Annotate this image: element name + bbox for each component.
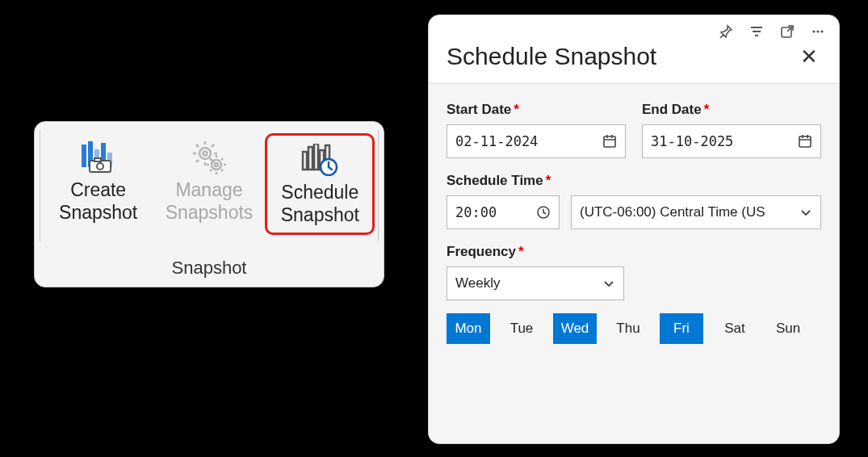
- create-snapshot-label: CreateSnapshot: [47, 178, 150, 224]
- create-snapshot-icon: [47, 138, 150, 177]
- panel-header: Schedule Snapshot ✕: [429, 40, 839, 84]
- frequency-label: Frequency*: [447, 244, 821, 260]
- svg-point-21: [820, 30, 823, 32]
- panel-body: Start Date* 02-11-2024 End Date* 31-10-2…: [429, 84, 839, 443]
- end-date-label: End Date*: [642, 102, 821, 118]
- start-date-label: Start Date*: [447, 102, 626, 118]
- end-date-value: 31-10-2025: [651, 133, 733, 149]
- svg-rect-23: [799, 136, 811, 147]
- create-snapshot-button[interactable]: CreateSnapshot: [44, 133, 153, 230]
- schedule-snapshot-dialog: Schedule Snapshot ✕ Start Date* 02-11-20…: [428, 15, 840, 444]
- close-button[interactable]: ✕: [797, 43, 821, 70]
- clock-icon: [536, 205, 551, 220]
- start-date-input[interactable]: 02-11-2024: [447, 124, 626, 158]
- frequency-select[interactable]: Weekly: [447, 266, 624, 300]
- start-date-field: Start Date* 02-11-2024: [447, 102, 626, 158]
- svg-point-10: [212, 160, 221, 170]
- filter-icon[interactable]: [748, 23, 765, 40]
- snapshot-ribbon-group: CreateSnapshot ManageSnapshots: [34, 121, 384, 287]
- schedule-snapshot-icon: [270, 140, 369, 179]
- schedule-snapshot-button[interactable]: ScheduleSnapshot: [265, 133, 375, 235]
- required-mark: *: [704, 102, 710, 117]
- svg-point-8: [199, 148, 211, 159]
- frequency-value: Weekly: [455, 275, 500, 291]
- ribbon-buttons-row: CreateSnapshot ManageSnapshots: [35, 128, 384, 256]
- svg-point-9: [203, 152, 207, 156]
- day-tue[interactable]: Tue: [500, 313, 543, 344]
- time-value: 20:00: [455, 204, 497, 220]
- schedule-time-label: Schedule Time*: [447, 173, 821, 189]
- manage-snapshots-label: ManageSnapshots: [157, 178, 261, 224]
- required-mark: *: [546, 173, 551, 188]
- end-date-input[interactable]: 31-10-2025: [642, 124, 821, 158]
- svg-rect-14: [314, 144, 318, 170]
- day-sun[interactable]: Sun: [766, 313, 810, 344]
- chevron-down-icon: [799, 206, 812, 219]
- svg-point-19: [812, 30, 815, 32]
- svg-point-20: [816, 30, 819, 32]
- svg-rect-7: [94, 158, 101, 161]
- start-date-value: 02-11-2024: [455, 133, 538, 149]
- panel-toolbar: [429, 15, 839, 40]
- timezone-select[interactable]: (UTC-06:00) Central Time (US: [571, 195, 821, 229]
- svg-rect-22: [604, 136, 615, 147]
- required-mark: *: [518, 244, 524, 259]
- days-of-week-picker: Mon Tue Wed Thu Fri Sat Sun: [447, 313, 821, 344]
- end-date-field: End Date* 31-10-2025: [642, 102, 821, 158]
- time-input[interactable]: 20:00: [447, 195, 560, 229]
- day-sat[interactable]: Sat: [713, 313, 757, 344]
- more-icon[interactable]: [810, 23, 826, 40]
- chevron-down-icon: [602, 277, 615, 290]
- timezone-value: (UTC-06:00) Central Time (US: [580, 204, 765, 220]
- day-fri[interactable]: Fri: [660, 313, 703, 344]
- panel-title: Schedule Snapshot: [447, 43, 656, 70]
- day-wed[interactable]: Wed: [553, 313, 597, 344]
- ribbon-group-title: Snapshot: [35, 256, 384, 287]
- required-mark: *: [514, 102, 519, 117]
- svg-rect-13: [308, 147, 312, 170]
- pin-icon[interactable]: [718, 23, 734, 40]
- schedule-snapshot-label: ScheduleSnapshot: [270, 181, 369, 226]
- day-thu[interactable]: Thu: [606, 313, 650, 344]
- svg-rect-12: [303, 152, 307, 170]
- calendar-icon: [798, 134, 812, 149]
- svg-rect-0: [82, 145, 86, 167]
- manage-snapshots-button[interactable]: ManageSnapshots: [154, 133, 264, 230]
- day-mon[interactable]: Mon: [447, 313, 490, 344]
- popout-icon[interactable]: [779, 23, 795, 40]
- calendar-icon: [602, 134, 617, 149]
- svg-point-11: [215, 163, 218, 166]
- gear-icon: [157, 138, 261, 177]
